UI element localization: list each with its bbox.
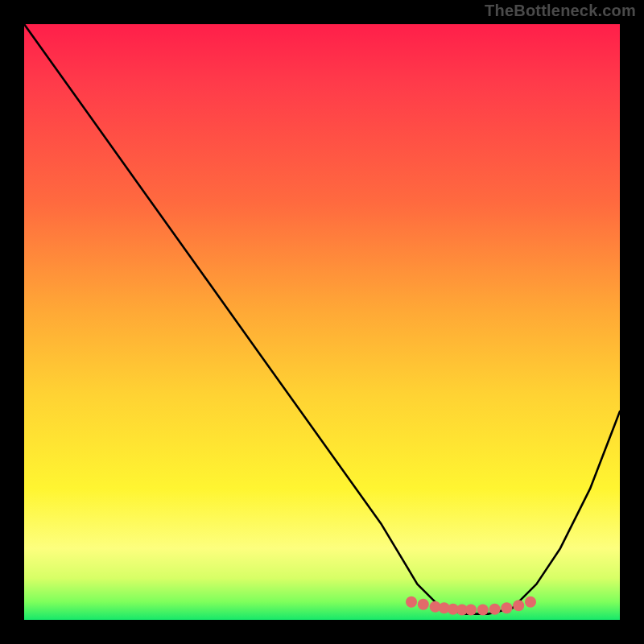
- marker-dot: [477, 604, 489, 615]
- marker-dot: [406, 597, 417, 608]
- chart-frame: TheBottleneck.com: [0, 0, 644, 644]
- watermark-text: TheBottleneck.com: [485, 2, 636, 20]
- sweet-spot-markers: [406, 597, 536, 616]
- marker-dot: [465, 604, 477, 615]
- marker-dot: [525, 597, 536, 608]
- plot-area: [24, 24, 620, 620]
- bottleneck-curve-path: [24, 24, 620, 614]
- marker-dot: [418, 599, 429, 610]
- bottleneck-svg: [24, 24, 620, 620]
- marker-dot: [489, 604, 501, 615]
- marker-dot: [513, 600, 524, 611]
- marker-dot: [501, 602, 512, 613]
